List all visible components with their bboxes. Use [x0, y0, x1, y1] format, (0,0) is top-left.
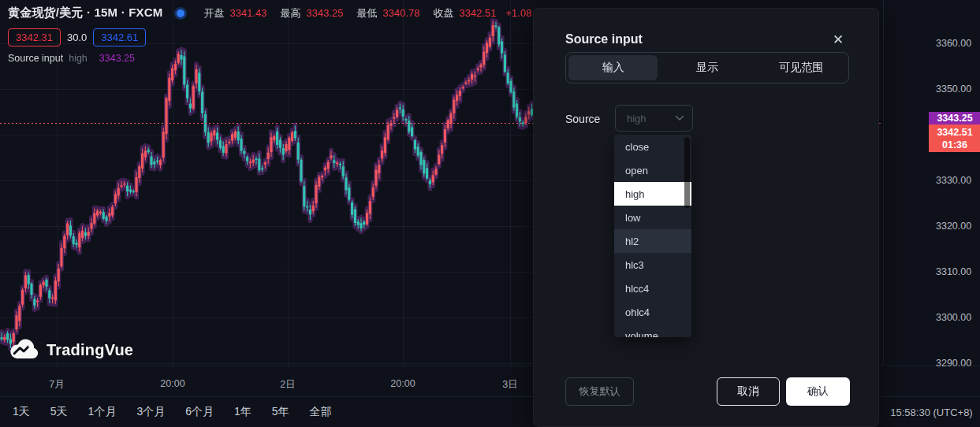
dropdown-option-low[interactable]: low [614, 206, 691, 229]
tab-显示[interactable]: 显示 [662, 55, 751, 80]
trading-app: 黄金现货/美元 · 15M · FXCM 开盘3341.43最高3343.25最… [0, 0, 980, 427]
current-price-value: 3342.51 [937, 126, 972, 139]
ohlc-label-1: 最高 [281, 6, 301, 20]
range-button-3个月[interactable]: 3个月 [136, 405, 165, 419]
time-label-0: 7月 [49, 378, 64, 392]
price-label-3320.00: 3320.00 [936, 220, 971, 232]
source-label: Source [565, 113, 600, 125]
current-price-badge: 3342.51 01:36 [929, 124, 980, 152]
time-label-1: 20:00 [160, 378, 184, 389]
ohlc-value-0: 3341.43 [230, 7, 267, 19]
price-label-3310.00: 3310.00 [936, 265, 971, 278]
chevron-down-icon [675, 115, 684, 121]
symbol-title: 黄金现货/美元 · 15M · FXCM [8, 6, 163, 20]
time-label-4: 3日 [502, 378, 517, 392]
dialog-title: Source input [565, 32, 643, 46]
dropdown-option-hl2[interactable]: hl2 [614, 229, 691, 253]
range-button-1个月[interactable]: 1个月 [88, 405, 117, 419]
time-label-3: 20:00 [390, 378, 415, 389]
dropdown-options: closeopenhighlowhl2hlc3hlcc4ohlc4volume [614, 135, 691, 337]
range-button-5天[interactable]: 5天 [50, 405, 68, 419]
restore-defaults-button[interactable]: 恢复默认 [565, 377, 634, 406]
confirm-button[interactable]: 确认 [786, 377, 850, 406]
ohlc-label-2: 最低 [357, 6, 378, 20]
time-label-2: 2日 [280, 378, 295, 392]
range-toolbar: 1天5天1个月3个月6个月1年5年全部 [0, 397, 546, 427]
ohlc-value-2: 3340.78 [383, 7, 420, 19]
cloud-logo-icon [8, 339, 41, 362]
indicator-price-badge: 3343.25 [929, 112, 980, 124]
price-label-3290.00: 3290.00 [936, 357, 971, 369]
price-label-3360.00: 3360.00 [936, 37, 971, 50]
dropdown-option-hlc3[interactable]: hlc3 [614, 253, 691, 277]
indicator-param: high [69, 53, 88, 64]
ohlc-value-3: 3342.51 [460, 7, 497, 19]
source-input-dialog: Source input ✕ 输入显示可见范围 Source high clos… [533, 8, 879, 427]
sell-price-button[interactable]: 3342.31 [8, 28, 61, 46]
buy-price-button[interactable]: 3342.61 [93, 28, 146, 46]
dropdown-option-high[interactable]: high [614, 182, 691, 206]
indicator-legend[interactable]: Source input high 3343.25 [8, 53, 135, 64]
symbol-row: 黄金现货/美元 · 15M · FXCM 开盘3341.43最高3343.25最… [8, 6, 544, 20]
source-select-value: high [627, 113, 675, 124]
range-button-1年[interactable]: 1年 [234, 405, 252, 419]
dropdown-option-volume[interactable]: volume [614, 324, 691, 337]
dropdown-option-close[interactable]: close [614, 135, 691, 158]
tab-可见范围[interactable]: 可见范围 [757, 55, 846, 80]
price-label-3350.00: 3350.00 [936, 83, 971, 95]
indicator-value: 3343.25 [99, 53, 135, 64]
data-feed-status-icon [174, 7, 187, 20]
price-label-3300.00: 3300.00 [936, 311, 971, 324]
price-label-3330.00: 3330.00 [936, 174, 971, 187]
ohlc-label-3: 收盘 [434, 6, 454, 20]
range-button-6个月[interactable]: 6个月 [185, 405, 214, 419]
order-price-row: 3342.31 30.0 3342.61 [8, 28, 146, 46]
tab-输入[interactable]: 输入 [568, 55, 658, 80]
close-icon[interactable]: ✕ [829, 31, 847, 48]
source-select[interactable]: high [615, 105, 693, 132]
ohlc-stats: 开盘3341.43最高3343.25最低3340.78收盘3342.51 [196, 6, 497, 20]
tradingvue-logo: TradingVue [8, 339, 133, 362]
logo-text: TradingVue [47, 341, 133, 359]
range-button-5年[interactable]: 5年 [272, 405, 289, 419]
dropdown-option-hlcc4[interactable]: hlcc4 [614, 277, 691, 300]
ohlc-label-0: 开盘 [204, 6, 225, 20]
range-button-1天[interactable]: 1天 [13, 405, 30, 419]
spread-value: 30.0 [67, 32, 87, 43]
dialog-tabs: 输入显示可见范围 [565, 52, 849, 84]
dropdown-option-ohlc4[interactable]: ohlc4 [614, 300, 691, 324]
source-dropdown: closeopenhighlowhl2hlc3hlcc4ohlc4volume [614, 135, 691, 337]
price-axis[interactable]: 3343.25 3342.51 01:36 3360.003350.003330… [883, 0, 980, 366]
range-button-全部[interactable]: 全部 [310, 405, 332, 419]
indicator-name: Source input [8, 53, 63, 64]
bar-countdown: 01:36 [942, 139, 967, 151]
dropdown-option-open[interactable]: open [614, 158, 691, 182]
dropdown-scrollbar[interactable] [684, 137, 690, 208]
ohlc-value-1: 3343.25 [307, 7, 344, 19]
cancel-button[interactable]: 取消 [717, 377, 780, 406]
clock-label: 15:58:30 (UTC+8) [883, 397, 980, 427]
